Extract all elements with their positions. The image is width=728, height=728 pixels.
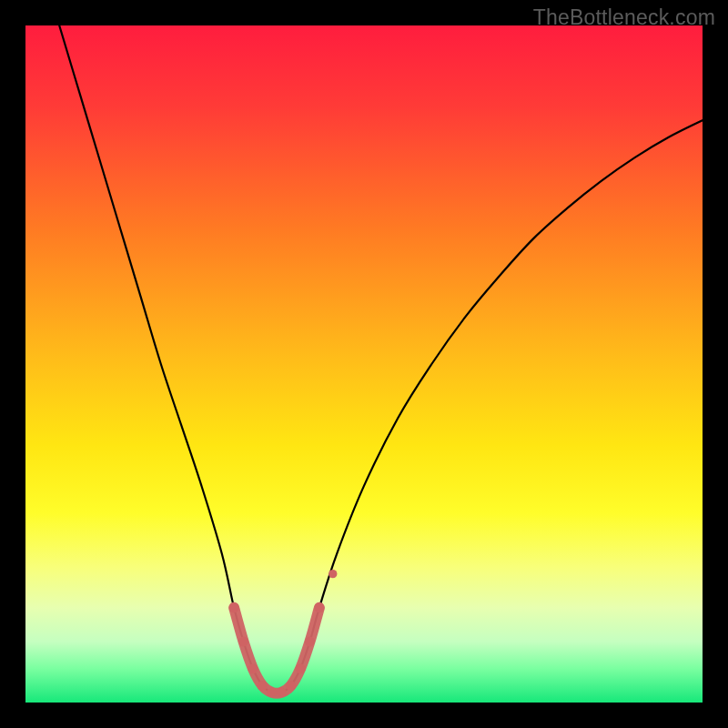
highlight-dot bbox=[277, 687, 287, 697]
highlight-dot bbox=[286, 681, 296, 691]
plot-area bbox=[25, 25, 703, 703]
highlight-dot bbox=[314, 602, 324, 612]
highlight-dot bbox=[296, 663, 306, 673]
highlight-outlier-dot bbox=[329, 570, 337, 578]
highlight-dot bbox=[238, 637, 248, 647]
highlight-dot bbox=[267, 687, 277, 697]
gradient-background bbox=[25, 25, 703, 703]
chart-svg bbox=[25, 25, 703, 703]
highlight-dot bbox=[258, 681, 268, 691]
chart-frame: TheBottleneck.com bbox=[0, 0, 728, 728]
highlight-dot bbox=[229, 602, 239, 612]
watermark-text: TheBottleneck.com bbox=[533, 5, 715, 30]
highlight-dot bbox=[305, 637, 315, 647]
highlight-dot bbox=[248, 663, 258, 673]
